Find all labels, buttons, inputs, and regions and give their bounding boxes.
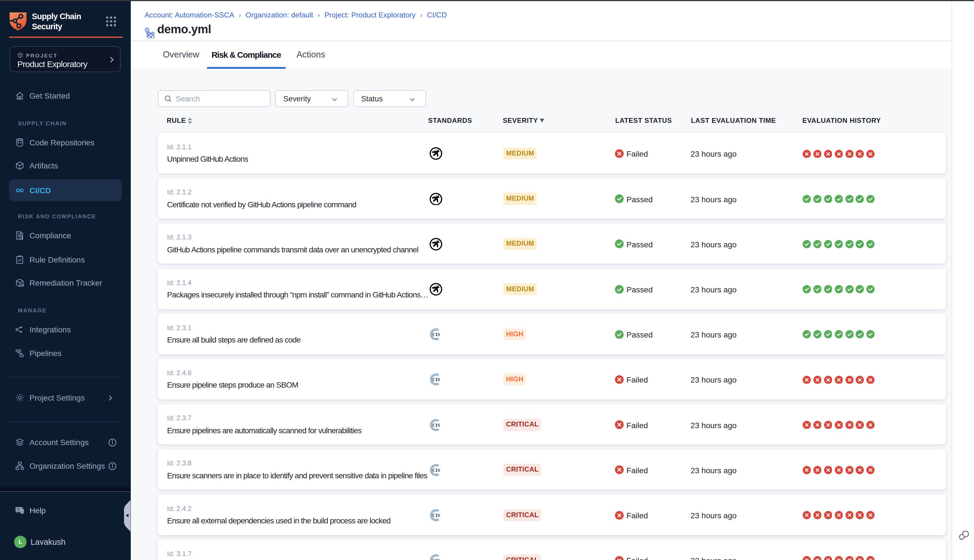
svg-text:?: ? (17, 507, 20, 512)
